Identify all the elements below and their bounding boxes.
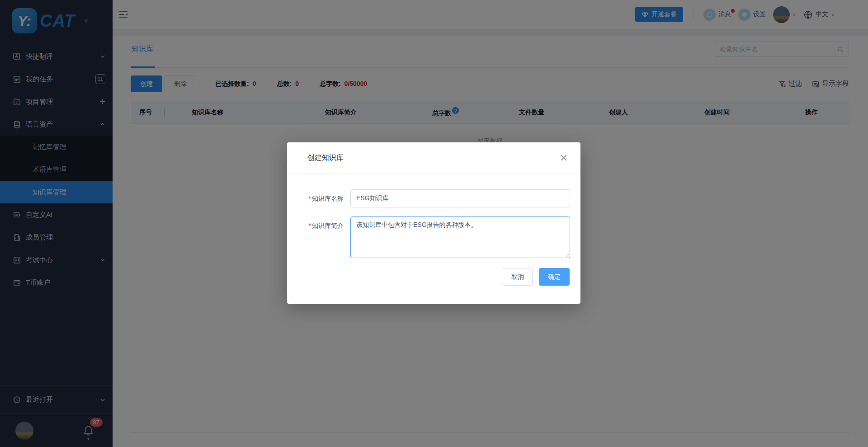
required-asterisk: *	[309, 195, 311, 202]
app-root: Y: CAT ▼ 快捷翻译 我的任务 11 项目管理 + 语言资产	[0, 0, 868, 447]
kb-name-row: *知识库名称	[287, 189, 580, 207]
kb-description-textarea[interactable]: 该知识库中包含对于ESG报告的各种版本。	[350, 216, 570, 258]
resize-handle[interactable]	[565, 253, 569, 257]
confirm-button[interactable]: 确定	[539, 268, 570, 286]
modal-header: 创建知识库 ✕	[287, 142, 580, 174]
kb-description-label: *知识库简介	[297, 216, 344, 258]
modal-footer: 取消 确定	[503, 268, 570, 286]
required-asterisk: *	[309, 222, 311, 229]
text-cursor	[479, 221, 479, 228]
close-icon[interactable]: ✕	[560, 153, 568, 163]
modal-title: 创建知识库	[307, 153, 344, 163]
kb-description-text: 该知识库中包含对于ESG报告的各种版本。	[356, 221, 477, 228]
kb-description-row: *知识库简介 该知识库中包含对于ESG报告的各种版本。	[287, 216, 580, 258]
modal-body: *知识库名称 *知识库简介 该知识库中包含对于ESG报告的各种版本。	[287, 174, 580, 258]
kb-name-input[interactable]	[350, 189, 570, 207]
kb-name-label: *知识库名称	[297, 189, 344, 207]
create-kb-modal: 创建知识库 ✕ *知识库名称 *知识库简介 该知识库中包含对于ESG报告的各种版…	[287, 142, 580, 304]
cancel-button[interactable]: 取消	[503, 268, 533, 286]
